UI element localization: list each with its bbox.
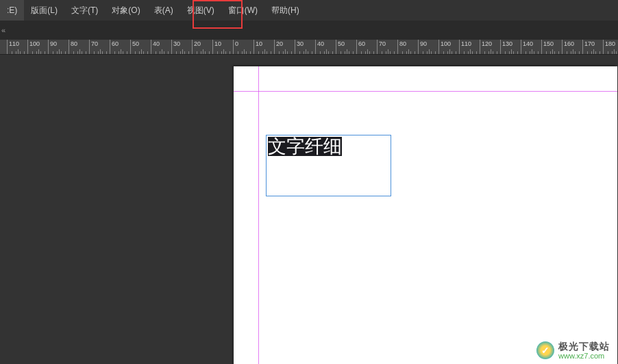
menu-help[interactable]: 帮助(H) bbox=[264, 0, 306, 21]
ruler-label: 30 bbox=[297, 40, 304, 47]
ruler-label: 170 bbox=[584, 40, 595, 47]
ruler-label: 140 bbox=[523, 40, 533, 47]
ruler-label: 30 bbox=[173, 40, 180, 47]
ruler-segment: 60 bbox=[356, 40, 377, 55]
ruler-segment: 90 bbox=[48, 40, 69, 55]
ruler-label: 20 bbox=[276, 40, 283, 47]
ruler-label: 100 bbox=[29, 40, 40, 47]
ruler-segment: 80 bbox=[69, 40, 89, 55]
ruler-segment: 90 bbox=[418, 40, 438, 55]
ruler-label: 80 bbox=[399, 40, 406, 47]
ruler-segment: 50 bbox=[130, 40, 151, 55]
ruler-label: 40 bbox=[153, 40, 160, 47]
text-frame[interactable]: 文字纤细 bbox=[266, 135, 391, 196]
ruler-segment: 10 bbox=[212, 40, 233, 55]
ruler-label: 70 bbox=[379, 40, 386, 47]
ruler-segment: 70 bbox=[89, 40, 110, 55]
ruler-label: 0 bbox=[235, 40, 238, 47]
ruler-label: 180 bbox=[605, 40, 615, 47]
ruler-segment: 30 bbox=[171, 40, 192, 55]
ruler-label: 10 bbox=[256, 40, 262, 47]
ruler-label: 120 bbox=[482, 40, 492, 47]
ruler-label: 100 bbox=[441, 40, 451, 47]
ruler-label: 150 bbox=[543, 40, 554, 47]
watermark-logo-icon: ✓ bbox=[536, 341, 554, 359]
ruler-segment: 50 bbox=[336, 40, 356, 55]
watermark: ✓ 极光下载站 www.xz7.com bbox=[536, 341, 610, 360]
ruler-segment: 40 bbox=[315, 40, 336, 55]
collapse-panel-icon[interactable]: « bbox=[0, 26, 7, 34]
selected-text[interactable]: 文字纤细 bbox=[268, 137, 342, 156]
menu-edit-partial[interactable]: :E) bbox=[0, 0, 24, 21]
ruler-label: 160 bbox=[564, 40, 574, 47]
ruler-label: 90 bbox=[420, 40, 427, 47]
document-page[interactable]: 文字纤细 bbox=[234, 66, 617, 364]
ruler-segment: 20 bbox=[274, 40, 295, 55]
menu-view[interactable]: 视图(V) bbox=[180, 0, 221, 21]
ruler-segment: 130 bbox=[500, 40, 521, 55]
ruler-label: 90 bbox=[50, 40, 57, 47]
menu-window[interactable]: 窗口(W) bbox=[221, 0, 264, 21]
ruler-segment: 110 bbox=[7, 40, 27, 55]
ruler-segment: 30 bbox=[295, 40, 315, 55]
menu-object[interactable]: 对象(O) bbox=[105, 0, 147, 21]
watermark-title: 极光下载站 bbox=[558, 341, 610, 352]
ruler-segment: 100 bbox=[27, 40, 48, 55]
ruler-label: 50 bbox=[338, 40, 345, 47]
ruler-label: 20 bbox=[194, 40, 201, 47]
ruler-label: 60 bbox=[112, 40, 119, 47]
ruler-segment: 80 bbox=[397, 40, 418, 55]
ruler-segment: 0 bbox=[233, 40, 254, 55]
ruler-segment: 120 bbox=[480, 40, 500, 55]
ruler-segment: 170 bbox=[582, 40, 603, 55]
ruler-segment: 100 bbox=[438, 40, 459, 55]
ruler-segment: 70 bbox=[377, 40, 397, 55]
ruler-label: 50 bbox=[132, 40, 139, 47]
ruler-label: 130 bbox=[502, 40, 512, 47]
ruler-label: 110 bbox=[9, 40, 19, 47]
ruler-track: 1101009080706050403020100102030405060708… bbox=[7, 40, 618, 55]
menu-layout[interactable]: 版面(L) bbox=[24, 0, 64, 21]
ruler-segment: 60 bbox=[110, 40, 130, 55]
ruler-label: 80 bbox=[71, 40, 77, 47]
horizontal-ruler[interactable]: 1101009080706050403020100102030405060708… bbox=[0, 40, 618, 55]
watermark-url: www.xz7.com bbox=[558, 352, 610, 360]
control-bar: « bbox=[0, 21, 618, 40]
watermark-text: 极光下载站 www.xz7.com bbox=[558, 341, 610, 360]
menu-bar: :E) 版面(L) 文字(T) 对象(O) 表(A) 视图(V) 窗口(W) 帮… bbox=[0, 0, 618, 21]
ruler-label: 40 bbox=[317, 40, 324, 47]
ruler-label: 70 bbox=[91, 40, 98, 47]
ruler-segment: 150 bbox=[541, 40, 562, 55]
ruler-segment: 160 bbox=[562, 40, 582, 55]
ruler-segment: 10 bbox=[254, 40, 274, 55]
menu-table[interactable]: 表(A) bbox=[147, 0, 180, 21]
document-workspace[interactable]: 文字纤细 bbox=[0, 55, 618, 364]
ruler-label: 110 bbox=[461, 40, 471, 47]
ruler-label: 60 bbox=[358, 40, 365, 47]
menu-text[interactable]: 文字(T) bbox=[64, 0, 105, 21]
ruler-segment: 140 bbox=[521, 40, 541, 55]
margin-guide-left bbox=[258, 66, 259, 364]
margin-guide-top bbox=[234, 91, 617, 92]
ruler-segment: 110 bbox=[459, 40, 480, 55]
ruler-label: 10 bbox=[214, 40, 221, 47]
ruler-segment: 180 bbox=[603, 40, 618, 55]
ruler-segment: 20 bbox=[192, 40, 212, 55]
ruler-segment: 40 bbox=[151, 40, 171, 55]
